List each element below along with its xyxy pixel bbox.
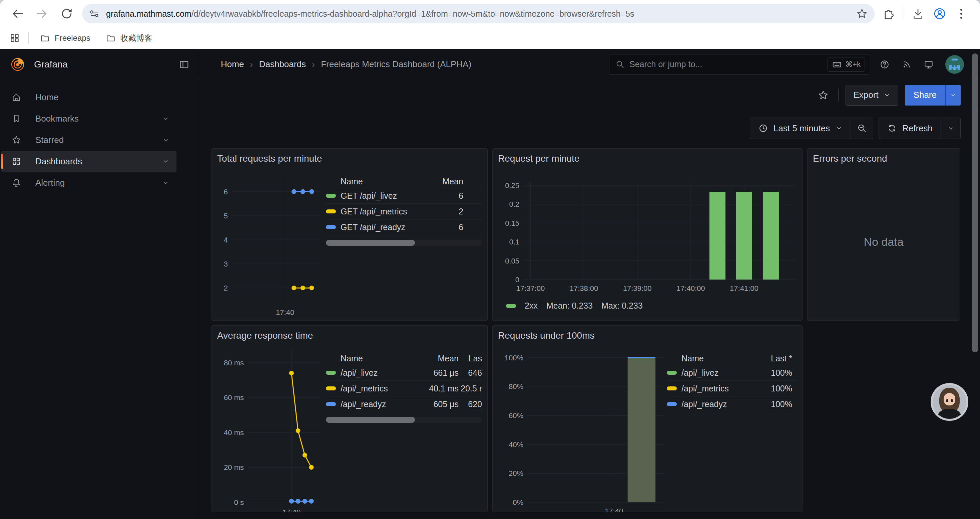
svg-text:17:40: 17:40: [605, 507, 623, 512]
total-requests-chart[interactable]: 6543217:40: [217, 168, 326, 318]
dashboard-canvas: Last 5 minutes: [200, 110, 980, 519]
chevron-down-icon[interactable]: [162, 136, 170, 144]
svg-text:17:40: 17:40: [282, 508, 301, 512]
chevron-down-icon[interactable]: [162, 115, 170, 123]
requests-under-100ms-chart[interactable]: 100%80%60%40%20%0%17:40: [498, 345, 667, 512]
share-menu-chevron[interactable]: [945, 85, 961, 105]
toolbar-divider: [838, 88, 839, 102]
site-settings-icon[interactable]: [89, 8, 100, 19]
svg-text:0: 0: [515, 276, 519, 284]
url-text: grafana.mathmast.com/d/deytv4rwavabkb/fr…: [106, 9, 851, 19]
svg-text:5: 5: [224, 212, 228, 220]
search-icon: [616, 60, 625, 69]
grafana-header: Home › Dashboards › Freeleaps Metrics Da…: [200, 49, 980, 80]
sidebar-item-home[interactable]: Home: [2, 87, 177, 107]
series-swatch: [326, 386, 336, 390]
legend-row[interactable]: GET /api/_readyz6: [326, 219, 482, 235]
back-button[interactable]: [8, 4, 27, 23]
legend-row[interactable]: GET /api/_metrics2: [326, 204, 482, 219]
svg-text:60 ms: 60 ms: [224, 393, 244, 402]
chevron-down-icon: [947, 125, 954, 132]
search-box[interactable]: ⌘+k: [609, 54, 869, 75]
breadcrumb-dashboards[interactable]: Dashboards: [259, 59, 306, 69]
reload-button[interactable]: [57, 4, 76, 23]
panel-errors-per-second: Errors per second No data: [807, 148, 960, 321]
refresh-interval-dropdown[interactable]: [941, 118, 960, 139]
svg-text:17:38:00: 17:38:00: [570, 284, 598, 292]
time-range-picker[interactable]: Last 5 minutes: [750, 118, 851, 139]
apps-grid-icon[interactable]: [9, 32, 21, 44]
svg-text:60%: 60%: [509, 412, 523, 420]
browser-menu-icon[interactable]: [955, 9, 968, 19]
sidebar-item-bookmarks[interactable]: Bookmarks: [2, 108, 177, 129]
svg-text:80%: 80%: [509, 382, 523, 391]
legend-row[interactable]: /api/_livez661 µs646: [326, 365, 482, 381]
legend-row[interactable]: /api/_metrics100%: [667, 381, 797, 396]
series-swatch: [326, 371, 336, 375]
panel-title[interactable]: Average response time: [217, 330, 482, 342]
help-icon[interactable]: [879, 59, 890, 70]
refresh-button[interactable]: Refresh: [879, 118, 941, 139]
series-mean: Mean: 0.233: [546, 301, 593, 311]
legend-table: NameMeanGET /api/_livez6GET /api/_metric…: [326, 168, 482, 316]
legend-row[interactable]: /api/_readyz605 µs620: [326, 396, 482, 412]
search-input[interactable]: [629, 59, 823, 69]
share-button[interactable]: Share: [905, 85, 945, 105]
export-button[interactable]: Export: [846, 85, 898, 105]
bookmark-folder-blogs[interactable]: 收藏博客: [102, 31, 156, 45]
legend-row[interactable]: GET /api/_livez6: [326, 188, 482, 204]
page-scrollbar[interactable]: [972, 53, 978, 352]
user-avatar[interactable]: [945, 55, 964, 74]
collapse-sidebar-icon[interactable]: [178, 59, 190, 70]
legend-scrollbar[interactable]: [326, 240, 482, 246]
chevron-down-icon: [883, 91, 891, 99]
star-dashboard-icon[interactable]: [815, 87, 832, 104]
legend-row[interactable]: /api/_livez100%: [667, 365, 797, 381]
zoom-out-icon: [857, 123, 867, 133]
svg-text:20 ms: 20 ms: [224, 463, 244, 471]
url-bar[interactable]: grafana.mathmast.com/d/deytv4rwavabkb/fr…: [82, 4, 875, 23]
sidebar-item-alerting[interactable]: Alerting: [2, 172, 177, 193]
legend-header: NameMean: [326, 175, 482, 188]
svg-text:100%: 100%: [505, 354, 523, 362]
brand-name[interactable]: Grafana: [34, 59, 178, 70]
svg-text:40%: 40%: [509, 441, 523, 449]
assistant-avatar[interactable]: [931, 383, 968, 421]
request-per-minute-chart[interactable]: 00.050.10.150.20.2517:37:0017:38:0017:39…: [498, 168, 797, 295]
panel-title[interactable]: Total requests per minute: [217, 153, 482, 164]
profile-icon[interactable]: [932, 7, 947, 21]
sidebar-menu: Home Bookmarks Starred: [0, 80, 200, 194]
avg-response-time-chart[interactable]: 80 ms60 ms40 ms20 ms0 s17:40: [217, 345, 326, 512]
dashboards-grid-icon: [11, 156, 21, 166]
series-swatch: [667, 386, 677, 390]
display-kiosk-icon[interactable]: [923, 59, 934, 70]
panel-title[interactable]: Requests under 100ms: [498, 330, 797, 342]
series-max: Max: 0.233: [601, 301, 643, 311]
breadcrumb-home[interactable]: Home: [221, 59, 244, 69]
chevron-down-icon[interactable]: [162, 179, 170, 187]
sidebar-item-dashboards[interactable]: Dashboards: [2, 151, 177, 172]
panel-title[interactable]: Errors per second: [813, 153, 954, 164]
svg-text:3: 3: [224, 260, 228, 268]
legend-row[interactable]: /api/_metrics40.1 ms20.5 r: [326, 381, 482, 396]
no-data-message: No data: [864, 235, 903, 249]
panel-requests-under-100ms: Requests under 100ms 100%80%60%40%20%0%1…: [492, 325, 803, 512]
series-swatch: [506, 304, 516, 308]
bookmark-folder-freeleaps[interactable]: Freeleaps: [36, 31, 94, 45]
zoom-out-button[interactable]: [851, 118, 873, 139]
series-swatch: [326, 209, 336, 213]
news-rss-icon[interactable]: [901, 59, 912, 70]
sidebar-item-starred[interactable]: Starred: [2, 129, 177, 150]
legend-scrollbar[interactable]: [326, 417, 482, 423]
panel-title[interactable]: Request per minute: [498, 153, 797, 164]
extensions-icon[interactable]: [881, 7, 895, 21]
forward-button[interactable]: [33, 4, 51, 23]
svg-text:17:37:00: 17:37:00: [516, 284, 545, 292]
chevron-down-icon[interactable]: [162, 157, 170, 165]
legend-row[interactable]: /api/_readyz100%: [667, 396, 797, 412]
legend-inline[interactable]: 2xx Mean: 0.233 Max: 0.233: [498, 301, 797, 311]
bookmark-star-icon[interactable]: [856, 8, 868, 20]
grafana-logo[interactable]: [10, 57, 25, 72]
svg-text:0.2: 0.2: [509, 200, 519, 208]
downloads-icon[interactable]: [911, 7, 924, 21]
